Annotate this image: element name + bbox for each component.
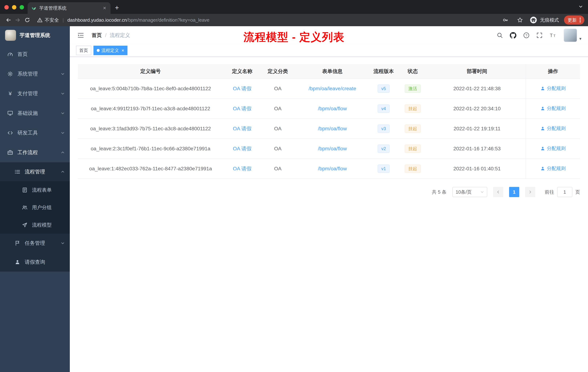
maximize-window-button[interactable]	[20, 5, 24, 10]
cell-category: OA	[261, 79, 294, 99]
reload-icon[interactable]	[22, 15, 32, 25]
sidebar-item-leave-query[interactable]: 请假查询	[0, 253, 70, 272]
status-badge: 激活	[405, 85, 421, 93]
forward-icon[interactable]	[13, 15, 22, 25]
user-menu[interactable]: ▼	[564, 29, 582, 42]
breadcrumb-home[interactable]: 首页	[92, 32, 102, 39]
svg-text:T: T	[554, 34, 556, 38]
tag-close-icon[interactable]: ×	[121, 48, 124, 53]
column-header-deploy-time: 部署时间	[428, 64, 526, 79]
chevron-left-icon	[496, 190, 500, 194]
security-indicator[interactable]: 不安全	[37, 17, 59, 23]
kebab-menu-icon	[580, 18, 581, 22]
logo-title: 芋道管理系统	[20, 32, 50, 39]
cell-deploy-time: 2022-01-16 01:40:51	[428, 159, 526, 179]
form-link[interactable]: /bpm/oa/flow	[318, 106, 347, 111]
sidebar-logo[interactable]: 芋道管理系统	[0, 26, 70, 44]
tab-close-icon[interactable]: ×	[102, 5, 107, 11]
search-icon[interactable]	[497, 32, 503, 38]
sidebar-item-process-management[interactable]: 流程管理	[0, 162, 70, 181]
sidebar-item-process-model[interactable]: 流程模型	[0, 216, 70, 234]
next-page-button[interactable]	[525, 187, 535, 197]
close-window-button[interactable]	[4, 5, 9, 10]
table-row: oa_leave:1:482ec033-762a-11ec-8477-a2380…	[78, 159, 580, 179]
caret-down-icon: ▼	[578, 37, 582, 42]
assign-rule-link[interactable]: 分配规则	[540, 165, 566, 172]
user-icon	[540, 106, 545, 111]
minimize-window-button[interactable]	[12, 5, 16, 10]
sidebar-item-infrastructure[interactable]: 基础设施	[0, 103, 70, 123]
assign-rule-link[interactable]: 分配规则	[540, 105, 566, 111]
breadcrumb: 首页 / 流程定义	[92, 32, 130, 39]
github-icon[interactable]	[510, 32, 516, 39]
new-tab-button[interactable]: +	[111, 4, 123, 14]
tag-home[interactable]: 首页	[76, 46, 91, 55]
definition-name-link[interactable]: OA 请假	[233, 86, 252, 91]
tag-process-definition[interactable]: 流程定义 ×	[94, 46, 127, 55]
sidebar-item-label: 用户分组	[32, 204, 65, 211]
form-link[interactable]: /bpm/oa/leave/create	[309, 86, 356, 91]
form-link[interactable]: /bpm/oa/flow	[318, 146, 347, 152]
definition-name-link[interactable]: OA 请假	[233, 106, 252, 111]
tab-search-chevron-icon[interactable]	[578, 4, 583, 9]
chevron-down-icon	[480, 190, 484, 194]
assign-rule-link[interactable]: 分配规则	[540, 125, 566, 131]
goto-page-input[interactable]	[557, 187, 572, 197]
definition-name-link[interactable]: OA 请假	[233, 166, 252, 171]
status-badge: 挂起	[405, 124, 421, 133]
assign-rule-link[interactable]: 分配规则	[540, 85, 566, 92]
fullscreen-icon[interactable]	[536, 32, 543, 38]
sidebar-item-home[interactable]: 首页	[0, 44, 70, 64]
sidebar-item-process-form[interactable]: 流程表单	[0, 181, 70, 199]
column-header-version: 流程版本	[370, 64, 397, 79]
page-size-select[interactable]: 10条/页	[452, 187, 487, 197]
sidebar-item-task-management[interactable]: 任务管理	[0, 234, 70, 253]
form-link[interactable]: /bpm/oa/flow	[318, 126, 347, 131]
chevron-right-icon	[528, 190, 532, 194]
pagination-total: 共 5 条	[432, 189, 447, 195]
key-icon[interactable]	[501, 15, 510, 25]
cell-definition-id: oa_leave:2:3c1f0ef1-76b1-11ec-9c66-a2380…	[78, 139, 223, 159]
status-badge: 挂起	[405, 144, 421, 153]
cell-deploy-time: 2022-01-16 17:46:53	[428, 139, 526, 159]
dev-tools-icon	[7, 130, 13, 136]
definition-name-link[interactable]: OA 请假	[233, 146, 252, 152]
cell-definition-id: oa_leave:1:482ec033-762a-11ec-8477-a2380…	[78, 159, 223, 179]
url-text[interactable]: dashboard.yudao.iocoder.cn/bpm/manager/d…	[67, 17, 210, 23]
version-badge: v4	[378, 104, 389, 113]
help-icon[interactable]: ?	[523, 32, 529, 38]
navbar-right-cluster: ? TT ▼	[497, 29, 582, 42]
app-shell: 芋道管理系统 首页 系统管理 ¥ 支付管理	[0, 26, 588, 372]
cell-category: OA	[261, 119, 294, 139]
yen-icon: ¥	[7, 91, 13, 97]
user-icon	[540, 166, 545, 171]
table-header-row: 定义编号 定义名称 定义分类 表单信息 流程版本 状态 部署时间 操作	[78, 64, 580, 79]
form-link[interactable]: /bpm/oa/flow	[318, 166, 347, 171]
cell-deploy-time: 2022-01-22 21:48:38	[428, 79, 526, 99]
table-row: oa_leave:4:991f2193-7b7f-11ec-a3c8-acde4…	[78, 99, 580, 119]
main-area: 首页 / 流程定义 ?	[70, 26, 588, 372]
sidebar-item-dev-tools[interactable]: 研发工具	[0, 123, 70, 143]
sidebar-item-system[interactable]: 系统管理	[0, 64, 70, 84]
browser-tab[interactable]: 芋道管理系统 ×	[28, 2, 111, 14]
sidebar-item-label: 任务管理	[25, 240, 56, 247]
assign-rule-link[interactable]: 分配规则	[540, 145, 566, 152]
breadcrumb-separator: /	[105, 33, 106, 38]
sidebar-toggle-icon[interactable]	[76, 32, 86, 39]
user-group-icon	[22, 205, 28, 210]
sidebar-item-workflow[interactable]: 工作流程	[0, 143, 70, 162]
back-icon[interactable]	[4, 15, 13, 25]
table-row: oa_leave:3:1fad3d93-7b75-11ec-a3c8-acde4…	[78, 119, 580, 139]
definition-name-link[interactable]: OA 请假	[233, 126, 252, 131]
dashboard-icon	[7, 51, 13, 57]
incognito-label: 无痕模式	[540, 17, 559, 23]
bookmark-star-icon[interactable]	[515, 15, 525, 25]
logo-avatar	[5, 30, 16, 41]
prev-page-button[interactable]	[493, 187, 503, 197]
page-number-button[interactable]: 1	[509, 187, 519, 197]
sidebar-item-user-group[interactable]: 用户分组	[0, 199, 70, 216]
update-menu-button[interactable]: 更新	[564, 15, 584, 25]
sidebar: 芋道管理系统 首页 系统管理 ¥ 支付管理	[0, 26, 70, 372]
font-size-icon[interactable]: TT	[549, 32, 557, 38]
sidebar-item-payment[interactable]: ¥ 支付管理	[0, 84, 70, 103]
